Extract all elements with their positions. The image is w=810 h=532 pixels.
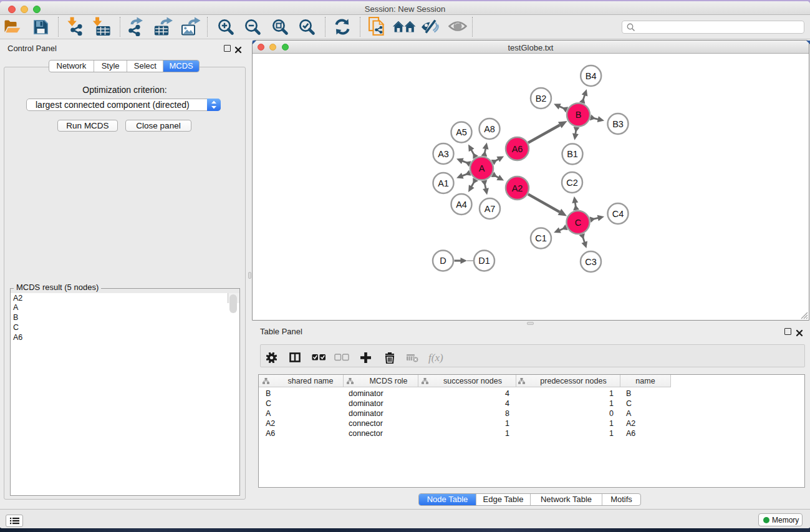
svg-text:B2: B2 <box>536 94 547 104</box>
svg-text:A1: A1 <box>438 178 449 188</box>
svg-text:D1: D1 <box>478 256 490 266</box>
svg-text:C2: C2 <box>566 178 578 188</box>
svg-text:A6: A6 <box>512 144 523 154</box>
svg-text:D: D <box>440 256 446 266</box>
svg-text:B: B <box>576 110 582 120</box>
svg-text:C4: C4 <box>612 209 624 219</box>
svg-text:A8: A8 <box>484 124 495 134</box>
svg-text:C: C <box>575 218 581 228</box>
svg-text:A7: A7 <box>485 204 496 214</box>
svg-text:A2: A2 <box>512 183 523 193</box>
svg-text:A3: A3 <box>438 149 449 159</box>
svg-text:A: A <box>479 163 485 173</box>
svg-text:A4: A4 <box>456 200 467 210</box>
svg-text:B3: B3 <box>612 119 624 129</box>
svg-text:B1: B1 <box>567 149 578 159</box>
svg-text:C3: C3 <box>585 257 597 267</box>
svg-text:B4: B4 <box>586 71 597 81</box>
svg-text:A5: A5 <box>456 127 467 137</box>
svg-text:C1: C1 <box>535 233 547 243</box>
